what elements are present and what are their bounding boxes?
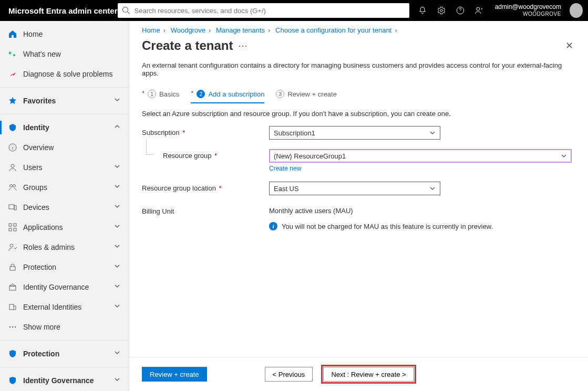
sidebar-item-whatsnew[interactable]: What's new: [0, 44, 129, 64]
avatar[interactable]: [570, 3, 583, 18]
users-icon: [7, 162, 18, 173]
previous-button[interactable]: < Previous: [265, 367, 313, 382]
svg-rect-14: [10, 267, 15, 270]
sidebar-item-identity[interactable]: Identity: [0, 118, 129, 138]
search-icon: [122, 6, 130, 15]
label: Diagnose & solve problems: [23, 70, 122, 78]
chevron-down-icon: [114, 163, 122, 172]
label: Devices: [23, 203, 114, 212]
subscription-dropdown[interactable]: Subscription1: [269, 126, 440, 140]
next-button[interactable]: Next : Review + create >: [323, 367, 414, 382]
diagnose-icon: [7, 69, 18, 79]
sidebar-item-governance[interactable]: Identity Governance: [0, 371, 129, 390]
sidebar-item-showmore[interactable]: Show more: [0, 317, 129, 337]
tab-review-create[interactable]: 3Review + create: [276, 87, 337, 103]
brand-title: Microsoft Entra admin center: [0, 6, 118, 15]
feedback-icon[interactable]: [470, 0, 489, 21]
billing-info: i You will not be charged for MAU as thi…: [269, 222, 572, 230]
sidebar-item-protection-sub[interactable]: Protection: [0, 257, 129, 277]
breadcrumb-link[interactable]: Choose a configuration for your tenant: [275, 26, 391, 34]
sidebar-item-diagnose[interactable]: Diagnose & solve problems: [0, 64, 129, 84]
label: Groups: [23, 183, 114, 192]
svg-point-2: [477, 7, 480, 10]
sidebar-item-external[interactable]: External Identities: [0, 297, 129, 317]
tab-basics[interactable]: *1Basics: [142, 87, 179, 103]
account-block[interactable]: admin@woodgrovecom WOODGROVE: [489, 3, 564, 18]
svg-point-0: [440, 9, 443, 12]
label: Users: [23, 163, 114, 172]
breadcrumb-link[interactable]: Manage tenants: [216, 26, 265, 34]
settings-icon[interactable]: [432, 0, 451, 21]
identity-icon: [7, 122, 18, 133]
svg-point-19: [15, 326, 16, 327]
rg-location-dropdown[interactable]: East US: [269, 182, 440, 195]
tab-label: Add a subscription: [208, 90, 264, 98]
sidebar-item-overview[interactable]: Overview: [0, 138, 129, 157]
dropdown-value: East US: [274, 185, 429, 193]
label: What's new: [23, 50, 122, 58]
external-icon: [7, 302, 18, 312]
page-description: An external tenant configuration contain…: [129, 56, 588, 87]
resource-group-dropdown[interactable]: (New) ResourceGroup1: [269, 149, 572, 163]
page-title: Create a tenant: [142, 38, 233, 53]
subscription-label: Subscription *: [142, 126, 269, 136]
dropdown-value: Subscription1: [274, 129, 429, 137]
breadcrumb-link[interactable]: Woodgrove: [171, 26, 205, 34]
svg-point-18: [12, 326, 13, 327]
help-icon[interactable]: [451, 0, 470, 21]
sidebar-item-governance-sub[interactable]: Identity Governance: [0, 277, 129, 297]
chevron-up-icon: [114, 123, 122, 132]
svg-rect-15: [9, 286, 16, 290]
sidebar-item-users[interactable]: Users: [0, 157, 129, 177]
sidebar-item-roles[interactable]: Roles & admins: [0, 237, 129, 257]
review-create-button[interactable]: Review + create: [142, 367, 207, 382]
breadcrumb-link[interactable]: Home: [142, 26, 160, 34]
create-new-link[interactable]: Create new: [269, 165, 301, 172]
tab-add-subscription[interactable]: *2Add a subscription: [191, 87, 264, 103]
svg-point-17: [9, 326, 11, 327]
label: Overview: [23, 143, 122, 152]
notifications-icon[interactable]: [414, 0, 432, 21]
chevron-down-icon: [114, 283, 122, 291]
label: Identity Governance: [23, 376, 114, 385]
form: Subscription * Subscription1 Resource gr…: [129, 126, 588, 240]
sidebar-item-home[interactable]: Home: [0, 24, 129, 44]
svg-rect-11: [9, 228, 12, 231]
governance-icon: [7, 282, 18, 292]
sidebar-item-favorites[interactable]: Favorites: [0, 91, 129, 111]
label: Identity Governance: [23, 283, 114, 291]
label: Protection: [23, 263, 114, 271]
label: Favorites: [23, 97, 114, 105]
global-search[interactable]: [118, 3, 409, 18]
roles-icon: [7, 242, 18, 252]
svg-rect-10: [14, 224, 16, 226]
more-icon: [7, 322, 18, 332]
info-icon: [7, 142, 18, 153]
account-org: WOODGROVE: [495, 10, 561, 18]
chevron-down-icon: [114, 243, 122, 251]
home-icon: [7, 29, 18, 39]
apps-icon: [7, 222, 18, 233]
search-input[interactable]: [135, 7, 405, 15]
tab-description: Select an Azure subscription and resourc…: [129, 104, 588, 126]
resource-group-label: Resource group *: [142, 149, 269, 160]
chevron-down-icon: [114, 183, 122, 192]
label: Home: [23, 30, 122, 38]
rg-location-label: Resource group location *: [142, 182, 269, 192]
svg-point-13: [10, 244, 13, 247]
sidebar-item-groups[interactable]: Groups: [0, 177, 129, 197]
sidebar-item-applications[interactable]: Applications: [0, 217, 129, 237]
sparkle-icon: [7, 49, 18, 59]
sidebar-item-devices[interactable]: Devices: [0, 197, 129, 217]
close-icon[interactable]: ✕: [565, 40, 573, 51]
label: External Identities: [23, 303, 114, 311]
main-content: Home› Woodgrove› Manage tenants› Choose …: [129, 21, 588, 391]
chevron-down-icon: [429, 130, 436, 136]
label: Identity: [23, 123, 114, 132]
more-icon[interactable]: ⋯: [238, 40, 247, 51]
sidebar-item-protection[interactable]: Protection: [0, 344, 129, 364]
svg-rect-12: [14, 228, 16, 231]
billing-unit-value: Monthly active users (MAU): [269, 205, 572, 215]
chevron-down-icon: [114, 263, 122, 271]
chevron-down-icon: [114, 203, 122, 212]
